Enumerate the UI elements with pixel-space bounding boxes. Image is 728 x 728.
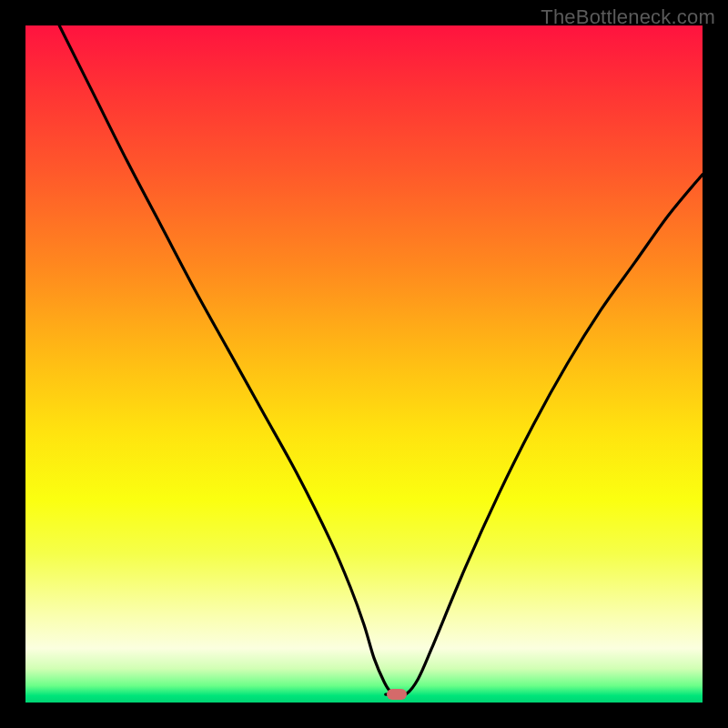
watermark-text: TheBottleneck.com (541, 5, 715, 29)
plot-gradient-area (25, 25, 703, 703)
chart-frame: TheBottleneck.com (0, 0, 728, 728)
optimum-marker (387, 689, 407, 700)
